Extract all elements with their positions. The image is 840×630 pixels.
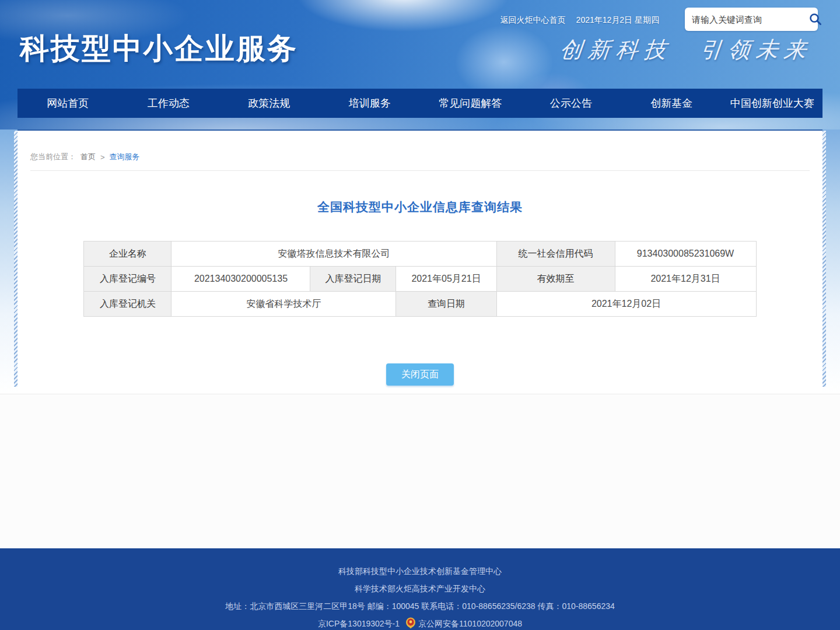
site-footer: 科技部科技型中小企业技术创新基金管理中心 科学技术部火炬高技术产业开发中心 地址… <box>0 548 840 630</box>
panel-edge-decoration <box>14 131 18 387</box>
close-page-button[interactable]: 关闭页面 <box>386 363 454 386</box>
breadcrumb: 您当前位置： 首页 > 查询服务 <box>18 131 822 162</box>
valid-until-label: 有效期至 <box>496 267 615 292</box>
valid-until-value: 2021年12月31日 <box>615 267 756 292</box>
credit-code-label: 统一社会信用代码 <box>496 242 615 267</box>
nav-item-announce[interactable]: 公示公告 <box>521 89 622 118</box>
breadcrumb-current-link[interactable]: 查询服务 <box>110 152 140 162</box>
page-background: 您当前位置： 首页 > 查询服务 全国科技型中小企业信息库查询结果 企业名称 安… <box>0 130 840 394</box>
footer-org-line2: 科学技术部火炬高技术产业开发中心 <box>0 580 840 597</box>
header-topbar: 返回火炬中心首页 2021年12月2日 星期四 <box>501 15 659 26</box>
table-row: 企业名称 安徽塔孜信息技术有限公司 统一社会信用代码 9134030008523… <box>84 242 756 267</box>
police-record-link[interactable]: 京公网安备11010202007048 <box>418 619 522 628</box>
footer-record-line: 京ICP备13019302号-1 京公网安备11010202007048 <box>0 615 840 630</box>
footer-org-line1: 科技部科技型中小企业技术创新基金管理中心 <box>0 562 840 580</box>
credit-code-value: 91340300085231069W <box>615 242 756 267</box>
site-logo-title: 科技型中小企业服务 <box>20 29 298 68</box>
search-icon[interactable] <box>808 12 823 27</box>
reg-authority-value: 安徽省科学技术厅 <box>172 292 396 317</box>
torch-center-home-link[interactable]: 返回火炬中心首页 <box>501 15 566 26</box>
main-nav: 网站首页 工作动态 政策法规 培训服务 常见问题解答 公示公告 创新基金 中国创… <box>18 89 822 118</box>
nav-item-training[interactable]: 培训服务 <box>320 89 421 118</box>
breadcrumb-separator: > <box>100 153 105 162</box>
company-name-label: 企业名称 <box>84 242 172 267</box>
nav-item-faq[interactable]: 常见问题解答 <box>420 89 521 118</box>
nav-item-news[interactable]: 工作动态 <box>118 89 219 118</box>
panel-edge-decoration <box>822 131 826 387</box>
police-badge-icon <box>405 617 416 630</box>
nav-item-policy[interactable]: 政策法规 <box>219 89 320 118</box>
table-row: 入库登记编号 202134030200005135 入库登记日期 2021年05… <box>84 267 756 292</box>
nav-item-fund[interactable]: 创新基金 <box>621 89 722 118</box>
lower-spacer <box>0 394 840 548</box>
query-result-table: 企业名称 安徽塔孜信息技术有限公司 统一社会信用代码 9134030008523… <box>83 241 756 317</box>
table-row: 入库登记机关 安徽省科学技术厅 查询日期 2021年12月02日 <box>84 292 756 317</box>
reg-no-label: 入库登记编号 <box>84 267 172 292</box>
breadcrumb-home-link[interactable]: 首页 <box>80 152 96 162</box>
current-date: 2021年12月2日 星期四 <box>576 15 659 26</box>
nav-item-home[interactable]: 网站首页 <box>18 89 118 118</box>
page-title: 全国科技型中小企业信息库查询结果 <box>18 199 822 215</box>
breadcrumb-divider <box>30 170 810 171</box>
breadcrumb-label: 您当前位置： <box>30 152 76 162</box>
icp-record-link[interactable]: 京ICP备13019302号-1 <box>318 619 400 628</box>
content-panel: 您当前位置： 首页 > 查询服务 全国科技型中小企业信息库查询结果 企业名称 安… <box>18 130 822 394</box>
site-slogan: 创新科技 引领未来 <box>558 35 813 65</box>
search-input[interactable] <box>692 15 808 24</box>
reg-date-label: 入库登记日期 <box>310 267 396 292</box>
nav-item-contest[interactable]: 中国创新创业大赛 <box>722 89 823 118</box>
footer-address-line: 地址：北京市西城区三里河二区甲18号 邮编：100045 联系电话：010-88… <box>0 597 840 615</box>
search-box <box>685 8 818 31</box>
site-header: 返回火炬中心首页 2021年12月2日 星期四 科技型中小企业服务 创新科技 引… <box>0 0 840 130</box>
query-date-label: 查询日期 <box>396 292 496 317</box>
reg-no-value: 202134030200005135 <box>172 267 310 292</box>
reg-date-value: 2021年05月21日 <box>396 267 496 292</box>
company-name-value: 安徽塔孜信息技术有限公司 <box>172 242 496 267</box>
reg-authority-label: 入库登记机关 <box>84 292 172 317</box>
query-date-value: 2021年12月02日 <box>496 292 756 317</box>
